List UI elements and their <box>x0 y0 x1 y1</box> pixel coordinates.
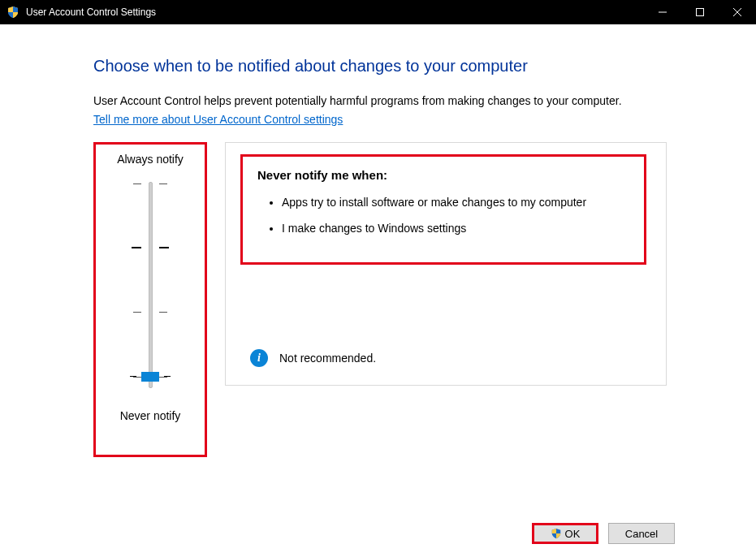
footer-buttons: OK Cancel <box>532 523 675 544</box>
page-description: User Account Control helps prevent poten… <box>93 93 667 110</box>
info-icon: i <box>250 349 268 367</box>
maximize-button[interactable] <box>681 0 719 24</box>
minimize-icon <box>659 8 667 16</box>
title-bar: User Account Control Settings <box>0 0 756 24</box>
notification-slider[interactable] <box>99 175 201 395</box>
close-icon <box>733 8 741 16</box>
minimize-button[interactable] <box>644 0 681 24</box>
maximize-icon <box>696 8 704 16</box>
page-heading: Choose when to be notified about changes… <box>93 57 667 76</box>
cancel-button[interactable]: Cancel <box>608 523 675 544</box>
info-bullet-list: Apps try to install software or make cha… <box>257 195 629 237</box>
info-box: Never notify me when: Apps try to instal… <box>240 154 646 266</box>
ok-button-label: OK <box>565 528 581 540</box>
info-bullet: Apps try to install software or make cha… <box>282 195 629 210</box>
info-panel: Never notify me when: Apps try to instal… <box>225 142 667 386</box>
close-button[interactable] <box>719 0 756 24</box>
slider-label-top: Always notify <box>99 153 201 166</box>
content-area: Choose when to be notified about changes… <box>0 24 756 473</box>
info-footer: i Not recommended. <box>226 331 666 385</box>
shield-icon <box>6 6 19 19</box>
learn-more-link[interactable]: Tell me more about User Account Control … <box>93 113 343 126</box>
notification-slider-container: Always notify Never notify <box>93 142 207 457</box>
info-footer-text: Not recommended. <box>279 352 376 365</box>
window-title: User Account Control Settings <box>26 6 156 18</box>
svg-rect-1 <box>697 9 704 16</box>
slider-rail <box>149 182 153 388</box>
shield-icon <box>551 528 562 539</box>
ok-button[interactable]: OK <box>532 523 598 544</box>
info-bullet: I make changes to Windows settings <box>282 221 629 236</box>
info-heading: Never notify me when: <box>257 168 629 182</box>
cancel-button-label: Cancel <box>625 528 658 540</box>
slider-thumb[interactable] <box>141 372 159 382</box>
slider-label-bottom: Never notify <box>99 409 201 422</box>
